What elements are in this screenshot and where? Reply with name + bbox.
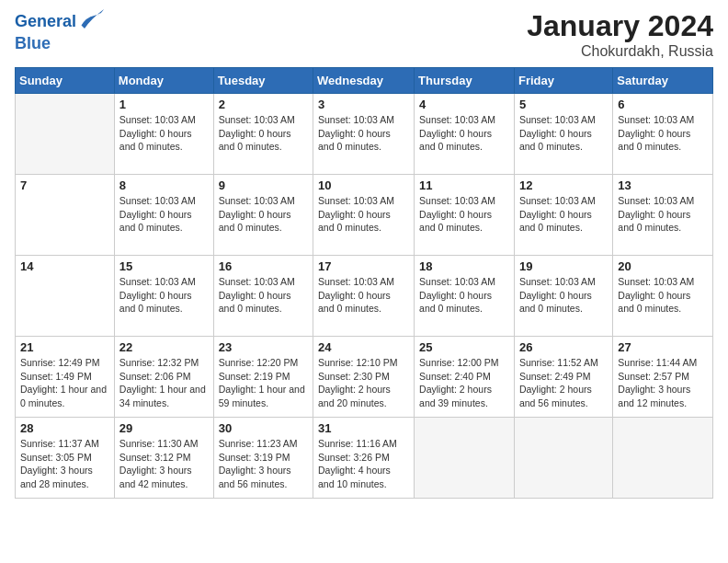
day-info: Sunset: 10:03 AM Daylight: 0 hours and 0…	[618, 194, 708, 235]
week-row-5: 28Sunrise: 11:37 AM Sunset: 3:05 PM Dayl…	[16, 418, 713, 499]
day-cell: 20Sunset: 10:03 AM Daylight: 0 hours and…	[613, 256, 713, 337]
day-number: 4	[419, 98, 509, 111]
day-number: 16	[219, 259, 308, 273]
day-cell: 23Sunrise: 12:20 PM Sunset: 2:19 PM Dayl…	[213, 337, 313, 418]
day-cell: 15Sunset: 10:03 AM Daylight: 0 hours and…	[114, 256, 213, 337]
day-info: Sunset: 10:03 AM Daylight: 0 hours and 0…	[119, 275, 209, 316]
logo-blue-text: Blue	[15, 34, 51, 52]
day-info: Sunrise: 11:16 AM Sunset: 3:26 PM Daylig…	[318, 437, 409, 491]
day-info: Sunset: 10:03 AM Daylight: 0 hours and 0…	[219, 194, 308, 235]
day-info: Sunset: 10:03 AM Daylight: 0 hours and 0…	[419, 113, 509, 154]
week-row-1: 1Sunset: 10:03 AM Daylight: 0 hours and …	[16, 94, 713, 175]
title-block: January 2024 Chokurdakh, Russia	[527, 9, 713, 60]
day-cell: 5Sunset: 10:03 AM Daylight: 0 hours and …	[514, 94, 612, 175]
header-monday: Monday	[114, 68, 213, 94]
day-number: 30	[219, 421, 308, 435]
header-tuesday: Tuesday	[213, 68, 313, 94]
day-cell: 14	[16, 256, 115, 337]
day-cell: 7	[16, 175, 115, 256]
day-info: Sunset: 10:03 AM Daylight: 0 hours and 0…	[119, 194, 209, 235]
day-number: 6	[618, 98, 708, 111]
day-cell: 31Sunrise: 11:16 AM Sunset: 3:26 PM Dayl…	[313, 418, 415, 499]
day-info: Sunrise: 11:52 AM Sunset: 2:49 PM Daylig…	[519, 356, 608, 410]
day-info: Sunset: 10:03 AM Daylight: 0 hours and 0…	[419, 275, 509, 316]
week-row-2: 78Sunset: 10:03 AM Daylight: 0 hours and…	[16, 175, 713, 256]
day-info: Sunrise: 11:30 AM Sunset: 3:12 PM Daylig…	[119, 437, 209, 491]
day-info: Sunrise: 12:32 PM Sunset: 2:06 PM Daylig…	[119, 356, 209, 410]
day-info: Sunset: 10:03 AM Daylight: 0 hours and 0…	[519, 275, 608, 316]
day-info: Sunrise: 12:20 PM Sunset: 2:19 PM Daylig…	[219, 356, 308, 410]
day-number: 19	[519, 259, 608, 273]
day-number: 10	[318, 178, 409, 192]
day-cell: 30Sunrise: 11:23 AM Sunset: 3:19 PM Dayl…	[213, 418, 313, 499]
logo-text: General	[15, 13, 76, 31]
calendar-subtitle: Chokurdakh, Russia	[527, 43, 713, 60]
day-number: 22	[119, 340, 209, 354]
day-info: Sunset: 10:03 AM Daylight: 0 hours and 0…	[618, 275, 708, 316]
day-cell	[514, 418, 612, 499]
header-thursday: Thursday	[415, 68, 515, 94]
day-cell: 27Sunrise: 11:44 AM Sunset: 2:57 PM Dayl…	[613, 337, 713, 418]
header-sunday: Sunday	[16, 68, 115, 94]
day-info: Sunrise: 12:10 PM Sunset: 2:30 PM Daylig…	[318, 356, 409, 410]
day-number: 5	[519, 98, 608, 111]
day-cell: 2Sunset: 10:03 AM Daylight: 0 hours and …	[213, 94, 313, 175]
day-number: 17	[318, 259, 409, 273]
week-row-4: 21Sunrise: 12:49 PM Sunset: 1:49 PM Dayl…	[16, 337, 713, 418]
day-cell	[16, 94, 115, 175]
day-cell: 21Sunrise: 12:49 PM Sunset: 1:49 PM Dayl…	[16, 337, 115, 418]
header: General Blue January 2024 Chokurdakh, Ru…	[15, 9, 713, 60]
page: General Blue January 2024 Chokurdakh, Ru…	[0, 0, 728, 563]
calendar-table: Sunday Monday Tuesday Wednesday Thursday…	[15, 67, 713, 499]
day-number: 14	[20, 259, 109, 273]
day-info: Sunset: 10:03 AM Daylight: 0 hours and 0…	[419, 194, 509, 235]
logo: General Blue	[15, 9, 104, 53]
day-cell: 26Sunrise: 11:52 AM Sunset: 2:49 PM Dayl…	[514, 337, 612, 418]
day-cell: 19Sunset: 10:03 AM Daylight: 0 hours and…	[514, 256, 612, 337]
day-cell: 9Sunset: 10:03 AM Daylight: 0 hours and …	[213, 175, 313, 256]
day-info: Sunrise: 11:44 AM Sunset: 2:57 PM Daylig…	[618, 356, 708, 410]
day-number: 12	[519, 178, 608, 192]
day-cell: 17Sunset: 10:03 AM Daylight: 0 hours and…	[313, 256, 415, 337]
weekday-header-row: Sunday Monday Tuesday Wednesday Thursday…	[16, 68, 713, 94]
day-info: Sunset: 10:03 AM Daylight: 0 hours and 0…	[219, 113, 308, 154]
day-number: 18	[419, 259, 509, 273]
day-info: Sunset: 10:03 AM Daylight: 0 hours and 0…	[519, 113, 608, 154]
day-number: 8	[119, 178, 209, 192]
day-number: 23	[219, 340, 308, 354]
day-cell: 16Sunset: 10:03 AM Daylight: 0 hours and…	[213, 256, 313, 337]
day-cell: 25Sunrise: 12:00 PM Sunset: 2:40 PM Dayl…	[415, 337, 515, 418]
day-cell: 1Sunset: 10:03 AM Daylight: 0 hours and …	[114, 94, 213, 175]
week-row-3: 1415Sunset: 10:03 AM Daylight: 0 hours a…	[16, 256, 713, 337]
day-number: 28	[20, 421, 109, 435]
day-cell	[613, 418, 713, 499]
day-cell	[415, 418, 515, 499]
day-cell: 11Sunset: 10:03 AM Daylight: 0 hours and…	[415, 175, 515, 256]
day-number: 1	[119, 98, 209, 111]
day-number: 11	[419, 178, 509, 192]
day-info: Sunset: 10:03 AM Daylight: 0 hours and 0…	[318, 194, 409, 235]
day-number: 24	[318, 340, 409, 354]
day-info: Sunrise: 11:37 AM Sunset: 3:05 PM Daylig…	[20, 437, 109, 491]
day-number: 13	[618, 178, 708, 192]
day-cell: 8Sunset: 10:03 AM Daylight: 0 hours and …	[114, 175, 213, 256]
day-info: Sunset: 10:03 AM Daylight: 0 hours and 0…	[519, 194, 608, 235]
day-number: 27	[618, 340, 708, 354]
header-wednesday: Wednesday	[313, 68, 415, 94]
day-number: 29	[119, 421, 209, 435]
day-info: Sunset: 10:03 AM Daylight: 0 hours and 0…	[119, 113, 209, 154]
day-cell: 18Sunset: 10:03 AM Daylight: 0 hours and…	[415, 256, 515, 337]
day-cell: 24Sunrise: 12:10 PM Sunset: 2:30 PM Dayl…	[313, 337, 415, 418]
day-cell: 13Sunset: 10:03 AM Daylight: 0 hours and…	[613, 175, 713, 256]
day-info: Sunset: 10:03 AM Daylight: 0 hours and 0…	[618, 113, 708, 154]
header-friday: Friday	[514, 68, 612, 94]
logo-bird-icon	[78, 9, 104, 35]
day-number: 7	[20, 178, 109, 192]
day-cell: 10Sunset: 10:03 AM Daylight: 0 hours and…	[313, 175, 415, 256]
day-info: Sunrise: 11:23 AM Sunset: 3:19 PM Daylig…	[219, 437, 308, 491]
header-saturday: Saturday	[613, 68, 713, 94]
day-cell: 3Sunset: 10:03 AM Daylight: 0 hours and …	[313, 94, 415, 175]
day-info: Sunset: 10:03 AM Daylight: 0 hours and 0…	[318, 275, 409, 316]
day-info: Sunrise: 12:00 PM Sunset: 2:40 PM Daylig…	[419, 356, 509, 410]
day-info: Sunset: 10:03 AM Daylight: 0 hours and 0…	[219, 275, 308, 316]
